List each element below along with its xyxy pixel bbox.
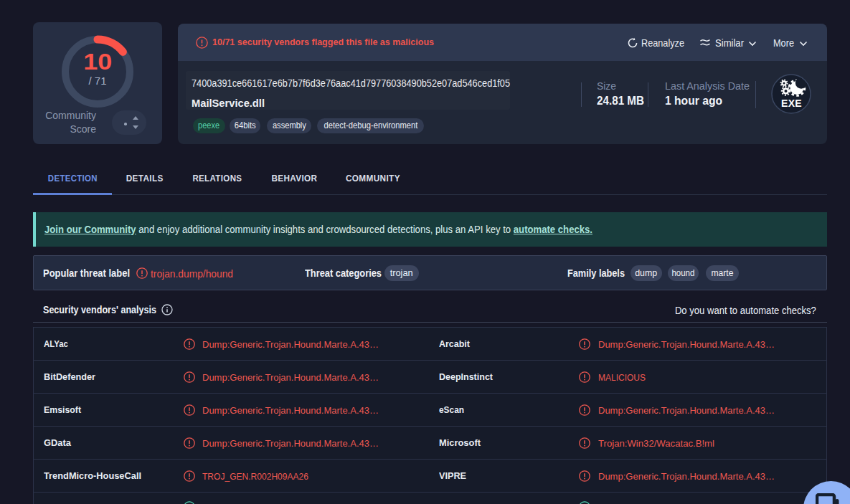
svg-text:EXE: EXE: [781, 98, 802, 109]
